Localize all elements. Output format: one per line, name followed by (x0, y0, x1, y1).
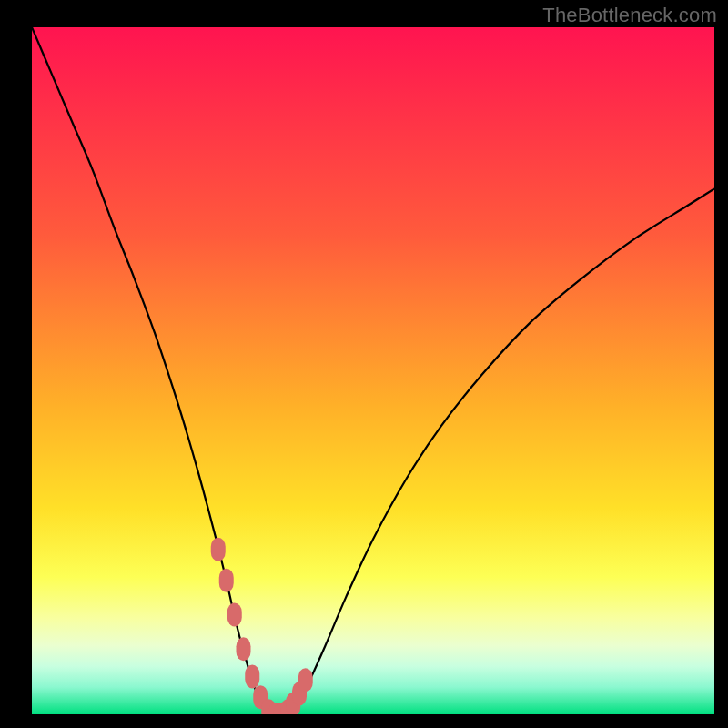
bottleneck-curve-chart (0, 0, 728, 728)
plot-background (32, 27, 714, 714)
watermark-text: TheBottleneck.com (542, 4, 717, 27)
highlight-marker (237, 637, 251, 661)
chart-stage: { "watermark": "TheBottleneck.com", "cha… (0, 0, 728, 728)
highlight-marker (298, 668, 313, 692)
highlight-marker (228, 603, 242, 627)
highlight-marker (219, 569, 234, 592)
highlight-marker (211, 538, 226, 561)
highlight-marker (245, 664, 259, 688)
